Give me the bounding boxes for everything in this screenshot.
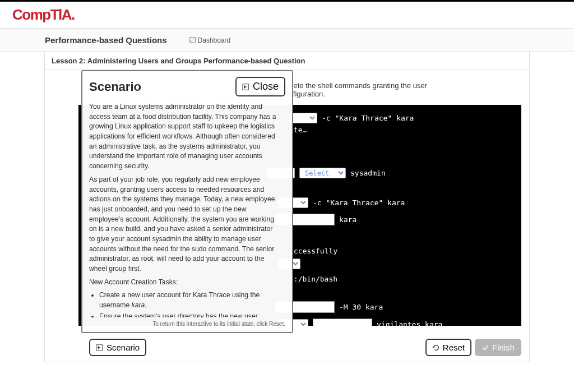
tasks-list: Create a new user account for Kara Thrac… — [99, 290, 280, 317]
logo-row: CompTlA. — [0, 2, 574, 26]
scenario-body[interactable]: You are a Linux systems administrator on… — [89, 99, 285, 317]
scenario-button[interactable]: Scenario — [89, 339, 146, 356]
terminal-row-7: n:/bin/bash — [289, 275, 512, 283]
terminal-row-6 — [278, 259, 512, 269]
code-fragment: kara — [339, 215, 357, 224]
scenario-paragraph-2: As part of your job role, you regularly … — [89, 175, 280, 274]
command-select-2b[interactable]: Select — [299, 168, 346, 178]
svg-line-1 — [192, 39, 193, 40]
code-fragment: -M 30 kara — [339, 303, 383, 311]
reset-label: Reset — [443, 343, 465, 352]
scenario-button-label: Scenario — [107, 343, 140, 352]
terminal-row-1b: ute… — [289, 126, 512, 134]
dashboard-icon — [189, 37, 196, 43]
command-input-9[interactable] — [313, 319, 372, 326]
dashboard-link[interactable]: Dashboard — [189, 36, 231, 44]
interactive-stage: ields to complete the shell commands gra… — [45, 70, 529, 362]
reset-button[interactable]: Reset — [425, 339, 471, 356]
finish-label: Finish — [492, 343, 515, 352]
tasks-heading: New Account Creation Tasks: — [89, 278, 280, 288]
dashboard-label: Dashboard — [198, 36, 231, 44]
terminal-row-3: ct -c "Kara Thrace" kara — [278, 197, 512, 208]
scenario-heading: Scenario — [89, 80, 141, 94]
finish-button[interactable]: Finish — [475, 339, 521, 356]
task-item-1: Create a new user account for Kara Thrac… — [99, 290, 280, 310]
close-back-icon — [242, 83, 250, 91]
terminal-row-1: -c "Kara Thrace" kara — [289, 113, 512, 123]
task-item-2: Ensure the system's user directory has t… — [99, 312, 280, 317]
code-fragment: sysadmin — [350, 169, 386, 177]
terminal-row-5: uccessfully — [289, 247, 512, 255]
terminal-row-8: -M 30 kara — [275, 301, 512, 313]
scenario-icon — [96, 344, 104, 352]
scenario-paragraph-1: You are a Linux systems administrator on… — [89, 102, 280, 172]
check-icon — [482, 344, 489, 352]
terminal-row-2: Select sysadmin — [267, 168, 512, 178]
code-fragment: -c "Kara Thrace" kara — [322, 114, 414, 122]
header-bar: Performance-based Questions Dashboard — [0, 28, 574, 52]
command-select-1[interactable] — [289, 113, 317, 123]
lesson-title: Lesson 2: Administering Users and Groups… — [45, 52, 529, 70]
brand-logo: CompTlA. — [12, 6, 75, 23]
close-button[interactable]: Close — [235, 77, 285, 96]
terminal-row-9: ct vigilantes kara — [278, 319, 512, 326]
reset-icon — [432, 344, 440, 352]
scenario-panel: Scenario Close You are a Linux systems a… — [81, 70, 293, 333]
reset-hint: To return this interactive to its initia… — [89, 321, 285, 328]
footer-bar: Scenario Reset Finish — [53, 339, 521, 356]
main-panel: Lesson 2: Administering Users and Groups… — [44, 52, 530, 362]
page-section-title: Performance-based Questions — [45, 35, 167, 45]
close-label: Close — [253, 81, 279, 93]
code-fragment: vigilantes kara — [377, 320, 442, 326]
terminal-row-4: kara — [275, 214, 512, 225]
code-fragment: -c "Kara Thrace" kara — [313, 199, 405, 207]
